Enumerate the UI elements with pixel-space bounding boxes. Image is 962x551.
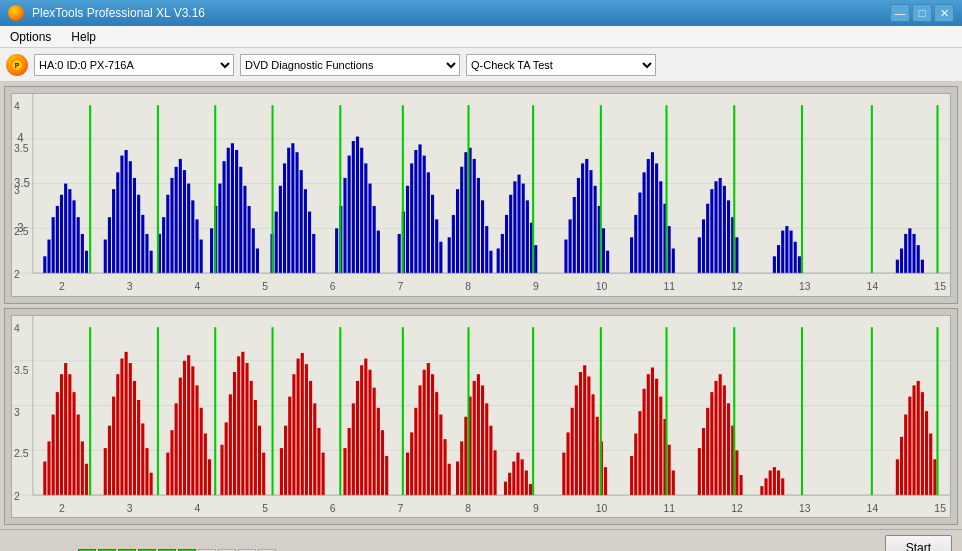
svg-rect-297 [464, 416, 467, 494]
svg-rect-304 [494, 450, 497, 495]
svg-text:7: 7 [398, 280, 404, 292]
svg-rect-38 [77, 217, 80, 273]
svg-text:3: 3 [14, 183, 20, 195]
svg-rect-81 [291, 143, 294, 273]
svg-rect-305 [504, 481, 507, 494]
svg-rect-146 [651, 152, 654, 273]
svg-rect-118 [485, 226, 488, 273]
svg-rect-57 [175, 167, 178, 273]
svg-rect-154 [706, 204, 709, 273]
svg-rect-144 [643, 172, 646, 273]
svg-rect-338 [714, 380, 717, 494]
svg-rect-68 [227, 148, 230, 273]
function-selector[interactable]: DVD Diagnostic Functions [240, 54, 460, 76]
svg-rect-34 [60, 195, 63, 273]
svg-rect-152 [698, 237, 701, 273]
svg-rect-142 [634, 215, 637, 273]
svg-rect-245 [187, 355, 190, 495]
svg-rect-318 [587, 376, 590, 495]
menu-options[interactable]: Options [6, 28, 55, 46]
svg-rect-293 [443, 439, 446, 495]
svg-rect-163 [777, 245, 780, 273]
svg-rect-49 [137, 195, 140, 273]
svg-rect-33 [56, 206, 59, 273]
svg-rect-252 [225, 422, 228, 495]
svg-rect-262 [280, 448, 283, 495]
svg-rect-247 [195, 385, 198, 495]
svg-rect-103 [418, 144, 421, 273]
svg-text:15: 15 [934, 501, 946, 513]
svg-text:4: 4 [14, 99, 20, 111]
svg-rect-274 [348, 427, 351, 494]
svg-rect-286 [414, 407, 417, 494]
svg-rect-230 [112, 396, 115, 495]
svg-rect-106 [431, 195, 434, 273]
svg-rect-352 [900, 436, 903, 494]
svg-rect-86 [312, 234, 315, 273]
svg-rect-246 [191, 366, 194, 495]
svg-rect-47 [129, 161, 132, 273]
svg-rect-330 [659, 396, 662, 495]
svg-rect-236 [137, 399, 140, 494]
svg-rect-260 [258, 425, 261, 494]
svg-rect-303 [489, 425, 492, 494]
svg-rect-169 [896, 260, 899, 273]
svg-text:9: 9 [533, 280, 539, 292]
svg-rect-111 [456, 189, 459, 273]
svg-rect-174 [917, 245, 920, 273]
svg-rect-71 [239, 167, 242, 273]
svg-rect-145 [647, 159, 650, 273]
svg-rect-69 [231, 143, 234, 273]
svg-rect-175 [921, 260, 924, 273]
start-button[interactable]: Start [885, 535, 952, 552]
maximize-button[interactable]: □ [912, 4, 932, 22]
svg-rect-317 [583, 365, 586, 495]
svg-rect-348 [773, 467, 776, 495]
title-controls: — □ ✕ [890, 4, 954, 22]
svg-rect-250 [208, 459, 211, 495]
svg-rect-95 [368, 184, 371, 274]
svg-rect-222 [64, 363, 67, 495]
svg-rect-239 [150, 472, 153, 494]
svg-rect-261 [262, 452, 265, 495]
svg-rect-249 [204, 433, 207, 495]
svg-rect-158 [723, 186, 726, 273]
svg-rect-351 [896, 459, 899, 495]
svg-rect-63 [200, 240, 203, 274]
test-selector[interactable]: Q-Check TA Test [466, 54, 656, 76]
svg-rect-129 [534, 245, 537, 273]
svg-rect-340 [723, 385, 726, 495]
svg-rect-130 [564, 240, 567, 274]
svg-rect-60 [187, 184, 190, 274]
svg-rect-119 [489, 251, 492, 273]
svg-rect-301 [481, 385, 484, 495]
svg-text:9: 9 [533, 501, 539, 513]
svg-rect-275 [352, 403, 355, 495]
svg-rect-102 [414, 150, 417, 273]
svg-rect-80 [287, 148, 290, 273]
title-bar-left: PlexTools Professional XL V3.16 [8, 5, 205, 21]
svg-rect-48 [133, 178, 136, 273]
svg-text:5: 5 [262, 501, 268, 513]
svg-rect-221 [60, 374, 63, 495]
svg-rect-337 [710, 392, 713, 495]
svg-rect-339 [719, 374, 722, 495]
svg-rect-116 [477, 178, 480, 273]
menu-help[interactable]: Help [67, 28, 100, 46]
svg-text:15: 15 [934, 280, 946, 292]
drive-selector[interactable]: HA:0 ID:0 PX-716A [34, 54, 234, 76]
minimize-button[interactable]: — [890, 4, 910, 22]
svg-rect-322 [604, 467, 607, 495]
close-button[interactable]: ✕ [934, 4, 954, 22]
svg-rect-291 [435, 392, 438, 495]
svg-rect-66 [218, 184, 221, 274]
svg-rect-289 [427, 363, 430, 495]
svg-rect-324 [634, 433, 637, 495]
svg-rect-218 [47, 441, 50, 495]
svg-rect-235 [133, 380, 136, 494]
svg-rect-124 [513, 181, 516, 273]
action-section: Start i [885, 535, 952, 552]
top-chart-svg: 4 3.5 3 4 3.5 3 2.5 2 2 3 4 5 6 7 8 9 [12, 94, 950, 296]
svg-rect-46 [125, 150, 128, 273]
svg-rect-233 [125, 351, 128, 494]
